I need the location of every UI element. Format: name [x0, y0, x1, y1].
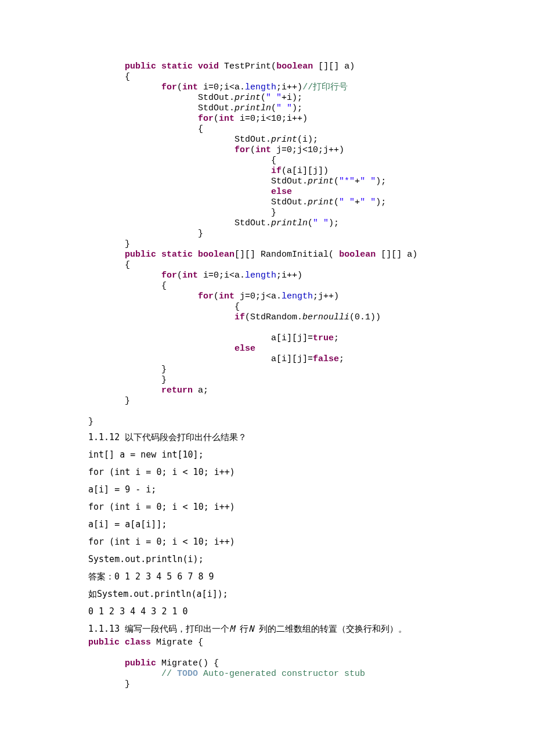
q112-ans3: 0 1 2 3 4 4 3 2 1 0 [88, 603, 476, 620]
code-content-2: public class Migrate { public Migrate() … [88, 638, 365, 689]
document-page: public static void TestPrint(boolean [][… [0, 0, 534, 756]
q112-code7: System.out.println(i); [88, 550, 476, 568]
q112-code2: for (int i = 0; i < 10; i++) [88, 463, 476, 481]
q112-code5: a[i] = a[a[i]]; [88, 516, 476, 533]
q112-code6: for (int i = 0; i < 10; i++) [88, 533, 476, 550]
code-block-migrate: public class Migrate { public Migrate() … [88, 638, 476, 690]
q113-prefix: 1.1.13 编写一段代码，打印出一个 [88, 624, 229, 634]
content-area: public static void TestPrint(boolean [][… [88, 62, 476, 690]
q112-ans1: 答案：0 1 2 3 4 5 6 7 8 9 [88, 568, 476, 585]
q112-code1: int[] a = new int[10]; [88, 446, 476, 463]
q112-code4: for (int i = 0; i < 10; i++) [88, 498, 476, 516]
code-content-1: public static void TestPrint(boolean [][… [88, 62, 417, 427]
q112-title: 1.1.12 以下代码段会打印出什么结果？ [88, 429, 476, 446]
code-block-testprint: public static void TestPrint(boolean [][… [88, 62, 476, 427]
q112-ans2: 如System.out.println(a[i]); [88, 585, 476, 603]
q113-mid1: 行 [234, 624, 248, 634]
q113-suffix: 列的二维数组的转置（交换行和列）。 [254, 624, 407, 634]
q113-title: 1.1.13 编写一段代码，打印出一个M 行N 列的二维数组的转置（交换行和列）… [88, 620, 476, 638]
q112-code3: a[i] = 9 - i; [88, 481, 476, 498]
q113-m: M [229, 624, 234, 634]
q113-n: N [248, 624, 254, 634]
